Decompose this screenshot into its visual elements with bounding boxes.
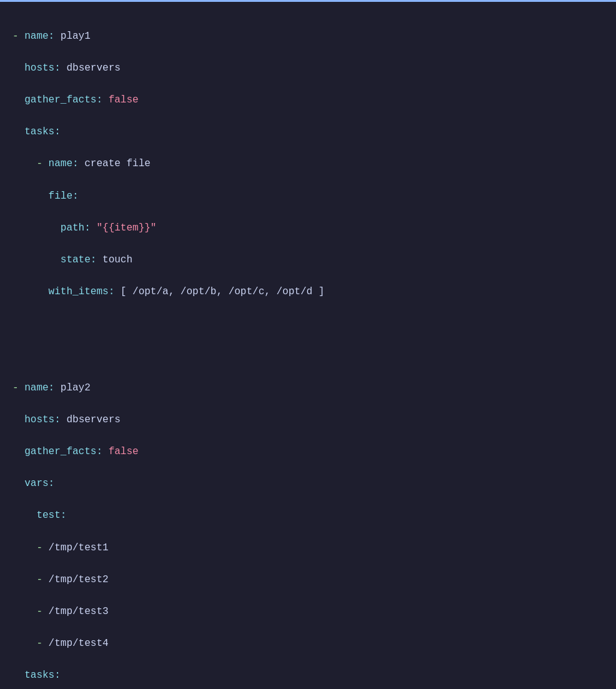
play2-var-item2-line: - /tmp/test2 xyxy=(12,572,604,588)
play1-name: play1 xyxy=(61,31,91,42)
play2-var-item4-line: - /tmp/test4 xyxy=(12,636,604,652)
play1-task-name: create file xyxy=(84,158,151,169)
play2-blank-pre xyxy=(12,348,604,364)
play2-var-item1-line: - /tmp/test1 xyxy=(12,540,604,557)
play1-state: touch xyxy=(102,254,132,265)
play2-hosts: dbservers xyxy=(66,414,120,425)
play2-tasks-line: tasks: xyxy=(12,668,604,684)
play1-file-line: file: xyxy=(12,189,604,205)
play2-gather-line: gather_facts: false xyxy=(12,444,604,460)
code-content: - name: play1 hosts: dbservers gather_fa… xyxy=(0,6,616,689)
play1-hosts: dbservers xyxy=(66,62,120,74)
play1-gather-facts: false xyxy=(109,94,139,106)
play1-hosts-line: hosts: dbservers xyxy=(12,61,604,77)
play2-hosts-line: hosts: dbservers xyxy=(12,412,604,429)
play1-gather-line: gather_facts: false xyxy=(12,92,604,109)
play2-dash-line: - name: play2 xyxy=(12,380,604,397)
play2-var-item3: /tmp/test3 xyxy=(49,606,109,617)
top-border xyxy=(0,0,616,2)
play1-path-line: path: "{{item}}" xyxy=(12,221,604,237)
play2-vars-line: vars: xyxy=(12,476,604,492)
play2-var-item3-line: - /tmp/test3 xyxy=(12,604,604,620)
play1-with-items-line: with_items: [ /opt/a, /opt/b, /opt/c, /o… xyxy=(12,284,604,300)
play2-var-item2: /tmp/test2 xyxy=(49,574,109,585)
play2-var-item4: /tmp/test4 xyxy=(49,638,109,649)
play2-name: play2 xyxy=(61,382,91,394)
play1-tasks-line: tasks: xyxy=(12,124,604,141)
play2-gather-facts: false xyxy=(109,446,139,457)
play1-path: "{{item}}" xyxy=(96,222,156,234)
play1-state-line: state: touch xyxy=(12,252,604,269)
play2-var-item1: /tmp/test1 xyxy=(49,542,109,553)
play1-task-name-line: - name: create file xyxy=(12,156,604,172)
play1-blank xyxy=(12,316,604,332)
play2-test-line: test: xyxy=(12,508,604,524)
play1-dash-line: - name: play1 xyxy=(12,29,604,45)
play1-with-items: [ /opt/a, /opt/b, /opt/c, /opt/d ] xyxy=(121,286,324,297)
